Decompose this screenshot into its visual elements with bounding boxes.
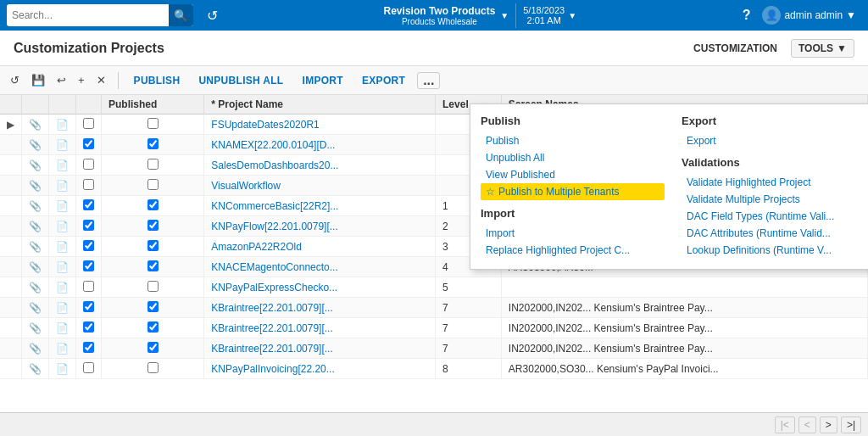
row-expand-cell <box>0 318 22 338</box>
publish-section-title: Publish <box>481 115 665 127</box>
row-checkbox[interactable] <box>83 179 94 190</box>
row-published-checkbox[interactable] <box>147 159 159 170</box>
row-checkbox-cell <box>76 318 102 338</box>
unpublish-all-button[interactable]: UNPUBLISH ALL <box>192 73 290 88</box>
project-name-link[interactable]: FSUpdateDates2020R1 <box>211 119 319 131</box>
project-name-link[interactable]: KNPayFlow[22.201.0079][... <box>211 221 337 232</box>
row-expand-cell <box>0 135 22 155</box>
menu-divider-1 <box>481 200 665 207</box>
unpublish-all-menu-item[interactable]: Unpublish All <box>481 149 665 166</box>
replace-menu-item[interactable]: Replace Highlighted Project C... <box>481 242 665 259</box>
row-name-cell: KNAMEX[22.200.0104][D... <box>204 135 436 155</box>
datetime-text: 5/18/20232:01 AM <box>523 5 565 25</box>
last-page-button[interactable]: >| <box>841 416 861 433</box>
row-icon1-cell: 📎 <box>22 135 49 155</box>
datetime-selector[interactable]: 5/18/20232:01 AM ▼ <box>515 3 583 28</box>
row-published-checkbox[interactable] <box>147 301 159 312</box>
import-menu-item[interactable]: Import <box>481 225 665 242</box>
product-sub: Products Wholesale <box>384 17 496 26</box>
save-button[interactable]: 💾 <box>28 72 48 88</box>
user-button[interactable]: 👤 admin admin ▼ <box>757 6 861 25</box>
document-icon: 📄 <box>56 363 69 375</box>
undo-icon: ↩ <box>57 74 66 87</box>
row-published-checkbox[interactable] <box>147 220 159 231</box>
delete-button[interactable]: ✕ <box>93 72 109 88</box>
project-name-link[interactable]: KNPayPalInvoicing[22.20... <box>211 363 334 375</box>
view-published-menu-item[interactable]: View Published <box>481 166 665 183</box>
project-name-link[interactable]: KBraintree[22.201.0079][... <box>211 322 332 334</box>
refresh-button[interactable]: ↺ <box>7 72 23 88</box>
first-page-button[interactable]: |< <box>775 416 795 433</box>
row-checkbox[interactable] <box>83 240 94 251</box>
row-published-checkbox[interactable] <box>147 138 159 149</box>
more-button[interactable]: ... <box>417 72 440 89</box>
help-button[interactable]: ? <box>736 8 758 23</box>
search-icon: 🔍 <box>174 9 188 22</box>
attachment-icon: 📎 <box>29 180 42 192</box>
row-published-checkbox[interactable] <box>147 281 159 292</box>
row-checkbox[interactable] <box>83 199 94 210</box>
row-checkbox[interactable] <box>83 362 94 373</box>
project-name-link[interactable]: KNPayPalExpressChecko... <box>211 282 337 293</box>
col-icon1 <box>22 95 49 115</box>
project-name-link[interactable]: KNACEMagentoConnecto... <box>211 261 337 273</box>
menu-divider-2 <box>682 149 865 156</box>
row-published-checkbox[interactable] <box>147 321 159 333</box>
publish-menu-item[interactable]: Publish <box>481 132 665 149</box>
row-checkbox[interactable] <box>83 138 94 149</box>
row-checkbox-cell <box>76 359 102 379</box>
row-published-checkbox[interactable] <box>147 240 159 251</box>
import-button[interactable]: IMPORT <box>296 73 350 88</box>
row-icon2-cell: 📄 <box>49 257 76 277</box>
lookup-definitions-menu-item[interactable]: Lookup Definitions (Runtime V... <box>682 242 865 259</box>
add-button[interactable]: + <box>75 72 88 88</box>
attachment-icon: 📎 <box>29 343 42 355</box>
tools-button[interactable]: TOOLS ▼ <box>791 39 854 58</box>
row-checkbox[interactable] <box>83 301 94 312</box>
publish-button[interactable]: PUBLISH <box>127 73 187 88</box>
expand-icon[interactable]: ▶ <box>7 119 14 131</box>
row-expand-cell <box>0 155 22 176</box>
row-published-checkbox[interactable] <box>147 118 159 129</box>
history-button[interactable]: ↺ <box>200 8 225 24</box>
product-selector[interactable]: Revision Two Products Products Wholesale… <box>377 3 516 28</box>
undo-button[interactable]: ↩ <box>53 72 70 88</box>
project-name-link[interactable]: KBraintree[22.201.0079][... <box>211 302 332 314</box>
row-published-checkbox[interactable] <box>147 199 159 210</box>
project-name-link[interactable]: SalesDemoDashboards20... <box>211 159 338 171</box>
attachment-icon: 📎 <box>29 282 42 293</box>
export-button[interactable]: EXPORT <box>355 73 412 88</box>
row-name-cell: KNCommerceBasic[22R2]... <box>204 196 436 216</box>
dac-attributes-menu-item[interactable]: DAC Attributes (Runtime Valid... <box>682 225 865 242</box>
row-icon1-cell: 📎 <box>22 196 49 216</box>
export-menu-item[interactable]: Export <box>682 132 865 149</box>
dac-field-types-menu-item[interactable]: DAC Field Types (Runtime Vali... <box>682 208 865 225</box>
project-name-link[interactable]: AmazonPA22R2Old <box>211 241 302 253</box>
publish-multiple-menu-item[interactable]: ☆ Publish to Multiple Tenants <box>481 183 665 200</box>
project-name-link[interactable]: KNAMEX[22.200.0104][D... <box>211 139 335 151</box>
project-name-link[interactable]: VisualWorkflow <box>211 180 281 192</box>
search-button[interactable]: 🔍 <box>169 4 193 26</box>
row-checkbox[interactable] <box>83 159 94 170</box>
project-name-link[interactable]: KNCommerceBasic[22R2]... <box>211 200 338 212</box>
row-published-checkbox[interactable] <box>147 362 159 373</box>
row-published-checkbox[interactable] <box>147 342 159 353</box>
prev-page-button[interactable]: < <box>798 416 816 433</box>
row-checkbox[interactable] <box>83 321 94 333</box>
validate-highlighted-menu-item[interactable]: Validate Highlighted Project <box>682 174 865 191</box>
row-published-checkbox[interactable] <box>147 179 159 190</box>
row-level-cell: 7 <box>436 298 502 318</box>
project-name-link[interactable]: KBraintree[22.201.0079][... <box>211 343 332 355</box>
row-checkbox[interactable] <box>83 281 94 292</box>
validate-multiple-menu-item[interactable]: Validate Multiple Projects <box>682 191 865 208</box>
row-published-checkbox[interactable] <box>147 260 159 271</box>
row-checkbox[interactable] <box>83 118 94 129</box>
row-checkbox[interactable] <box>83 342 94 353</box>
delete-icon: ✕ <box>97 74 106 87</box>
row-checkbox[interactable] <box>83 260 94 271</box>
row-checkbox[interactable] <box>83 220 94 231</box>
customization-link[interactable]: CUSTOMIZATION <box>693 42 777 54</box>
next-page-button[interactable]: > <box>820 416 837 433</box>
row-checkbox-cell <box>76 338 102 359</box>
search-input[interactable] <box>12 9 169 21</box>
